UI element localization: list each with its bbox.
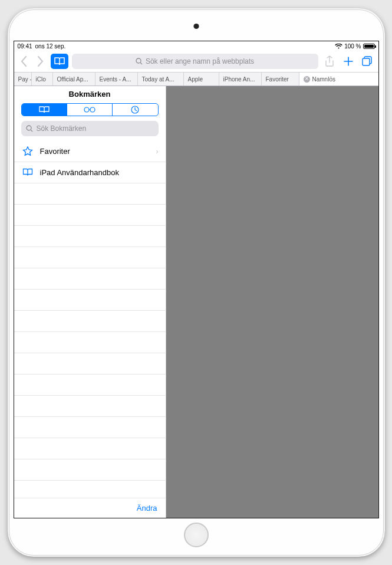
list-item <box>14 353 166 375</box>
list-item <box>14 332 166 353</box>
active-tab[interactable]: ✕ Namnlös <box>299 73 378 86</box>
bookmark-search-input[interactable]: Sök Bokmärken <box>21 121 159 136</box>
bookmark-label: Favoriter <box>40 147 70 156</box>
status-time: 09:41 <box>18 43 32 50</box>
bookmarks-toggle[interactable] <box>51 54 68 69</box>
sidebar-footer: Ändra <box>14 498 166 518</box>
svg-point-0 <box>136 58 141 63</box>
tab[interactable]: iClo <box>32 73 53 86</box>
tabs-overview-button[interactable] <box>360 53 375 70</box>
address-bar[interactable]: Sök eller ange namn på webbplats <box>72 54 318 69</box>
list-item <box>14 417 166 438</box>
list-item <box>14 290 166 311</box>
battery-icon <box>363 44 375 49</box>
status-bar: 09:41 ons 12 sep. 100 % <box>14 41 378 51</box>
main-split: Bokmärken Sök Bokmärken <box>14 86 378 518</box>
status-date: ons 12 sep. <box>35 43 66 50</box>
bookmark-search-placeholder: Sök Bokmärken <box>37 124 87 133</box>
tab[interactable]: Events - A... <box>95 73 138 86</box>
search-icon <box>26 125 33 132</box>
svg-point-3 <box>84 107 89 112</box>
tab[interactable]: Today at A... <box>138 73 184 86</box>
list-item <box>14 459 166 481</box>
list-item <box>14 375 166 396</box>
browser-toolbar: Sök eller ange namn på webbplats <box>14 51 378 72</box>
tab[interactable]: Pay - <box>14 73 32 86</box>
list-item <box>14 226 166 247</box>
list-item <box>14 247 166 268</box>
tab[interactable]: Favoriter <box>262 73 299 86</box>
search-icon <box>136 58 143 65</box>
tab[interactable]: Apple <box>184 73 219 86</box>
list-item <box>14 311 166 332</box>
list-item <box>14 183 166 205</box>
address-placeholder: Sök eller ange namn på webbplats <box>146 57 254 65</box>
bookmark-item-userguide[interactable]: iPad Användarhandbok <box>14 162 166 183</box>
bookmark-label: iPad Användarhandbok <box>40 168 119 177</box>
list-item <box>14 268 166 290</box>
back-button[interactable] <box>18 53 31 70</box>
segment-bookmarks[interactable] <box>22 104 67 116</box>
camera <box>193 24 199 29</box>
svg-point-6 <box>27 126 31 130</box>
wifi-icon <box>335 44 342 49</box>
close-tab-icon[interactable]: ✕ <box>304 76 310 83</box>
share-button[interactable] <box>322 53 337 70</box>
book-icon <box>38 106 50 114</box>
glasses-icon <box>83 106 96 113</box>
clock-icon <box>131 106 139 114</box>
chevron-right-icon: › <box>156 147 159 156</box>
svg-rect-2 <box>363 58 370 65</box>
segment-reading-list[interactable] <box>67 104 113 116</box>
sidebar-title: Bokmärken <box>14 86 166 103</box>
list-item <box>14 396 166 417</box>
edit-button[interactable]: Ändra <box>137 504 157 513</box>
forward-button[interactable] <box>34 53 47 70</box>
bookmark-list: Favoriter › iPad Användarhandbok <box>14 141 166 498</box>
book-icon <box>22 168 33 177</box>
home-button[interactable] <box>184 523 209 547</box>
bookmarks-sidebar: Bokmärken Sök Bokmärken <box>14 86 166 518</box>
svg-point-4 <box>90 107 95 112</box>
ipad-frame: 09:41 ons 12 sep. 100 % <box>8 8 385 557</box>
screen: 09:41 ons 12 sep. 100 % <box>14 41 379 518</box>
tab[interactable]: Official Ap... <box>53 73 95 86</box>
tab[interactable]: iPhone An... <box>219 73 262 86</box>
star-icon <box>22 146 33 157</box>
list-item <box>14 205 166 226</box>
tab-strip: Pay - iClo Official Ap... Events - A... … <box>14 72 378 86</box>
page-content <box>166 86 378 518</box>
sidebar-segmented-control <box>21 103 159 116</box>
segment-history[interactable] <box>113 104 157 116</box>
bookmark-item-favorites[interactable]: Favoriter › <box>14 141 166 162</box>
battery-percent: 100 % <box>344 43 361 50</box>
list-item <box>14 438 166 459</box>
new-tab-button[interactable] <box>341 53 356 70</box>
